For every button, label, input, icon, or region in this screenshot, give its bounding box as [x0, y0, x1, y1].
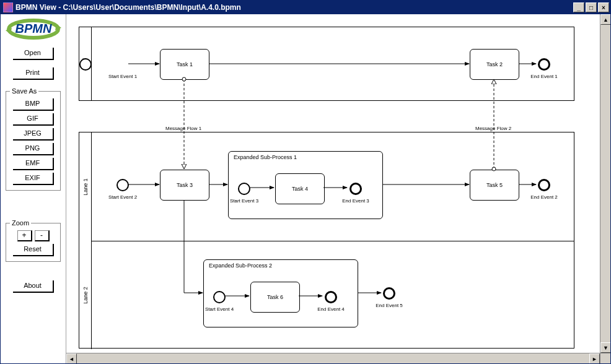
end-event-1-label: End Event 1 — [525, 74, 563, 79]
task-3[interactable]: Task 3 — [160, 170, 209, 201]
end-event-4[interactable] — [325, 291, 337, 303]
start-event-4-label: Start Event 4 — [201, 306, 238, 312]
lane-2-label: Lane 2 — [79, 241, 92, 349]
pool-2[interactable]: Lane 1 Lane 2 Start Event 2 Task 3 Expan… — [79, 132, 574, 349]
task-4[interactable]: Task 4 — [275, 173, 325, 204]
content-area: BPMN Open Print Save As BMP GIF JPEG PNG… — [1, 14, 610, 363]
save-jpeg-button[interactable]: JPEG — [13, 128, 54, 141]
about-button[interactable]: About — [13, 280, 54, 293]
vertical-scrollbar[interactable]: ▲ ▼ — [600, 14, 610, 353]
save-png-button[interactable]: PNG — [13, 143, 54, 155]
zoom-out-button[interactable]: - — [35, 230, 50, 241]
start-event-3-label: Start Event 3 — [226, 198, 263, 204]
pool-1[interactable]: Pool Start Event 1 Task 1 Task 2 End Eve… — [79, 27, 574, 101]
titlebar: BPMN View - C:\Users\User\Documents\BPMN… — [1, 1, 610, 14]
svg-text:BPMN: BPMN — [15, 22, 52, 35]
subprocess-1[interactable]: Expanded Sub-Process 1 Start Event 3 Tas… — [228, 151, 383, 219]
task-6[interactable]: Task 6 — [250, 282, 300, 313]
save-emf-button[interactable]: EMF — [13, 158, 54, 170]
save-gif-button[interactable]: GIF — [13, 113, 54, 126]
start-event-3[interactable] — [238, 183, 250, 195]
end-event-3-label: End Event 3 — [337, 198, 374, 204]
save-as-legend: Save As — [10, 87, 38, 95]
subprocess-1-title: Expanded Sub-Process 1 — [234, 154, 297, 160]
end-event-2[interactable] — [538, 179, 550, 191]
end-event-5-label: End Event 5 — [371, 303, 408, 308]
end-event-1[interactable] — [538, 58, 550, 71]
app-icon — [3, 2, 13, 12]
task-5[interactable]: Task 5 — [470, 170, 519, 201]
message-flow-2-label: Message Flow 2 — [475, 126, 511, 131]
end-event-4-label: End Event 4 — [312, 306, 349, 312]
sidebar: BPMN Open Print Save As BMP GIF JPEG PNG… — [1, 14, 66, 363]
lane-divider — [92, 241, 574, 241]
save-as-group: Save As BMP GIF JPEG PNG EMF EXIF — [6, 87, 61, 191]
start-event-2[interactable] — [116, 179, 129, 191]
window-controls: _ □ × — [573, 2, 609, 12]
scrollbar-corner — [600, 353, 610, 363]
start-event-2-label: Start Event 2 — [104, 194, 141, 200]
task-2[interactable]: Task 2 — [470, 49, 519, 80]
maximize-button[interactable]: □ — [586, 2, 597, 12]
horizontal-scrollbar[interactable]: ◄ ► — [66, 353, 600, 363]
zoom-group: Zoom + - Reset — [6, 219, 61, 262]
end-event-3[interactable] — [349, 183, 362, 195]
save-bmp-button[interactable]: BMP — [13, 98, 54, 111]
zoom-in-button[interactable]: + — [17, 230, 32, 241]
scroll-right-button[interactable]: ► — [589, 353, 600, 363]
end-event-5[interactable] — [383, 287, 395, 300]
canvas-container: Pool Start Event 1 Task 1 Task 2 End Eve… — [66, 14, 610, 363]
message-flow-1-label: Message Flow 1 — [165, 126, 201, 131]
bpmn-diagram: Pool Start Event 1 Task 1 Task 2 End Eve… — [79, 27, 587, 349]
subprocess-2-title: Expanded Sub-Process 2 — [209, 262, 272, 269]
task-1[interactable]: Task 1 — [160, 49, 209, 80]
bpmn-logo: BPMN — [6, 18, 61, 40]
window-title: BPMN View - C:\Users\User\Documents\BPMN… — [15, 3, 573, 12]
scroll-left-button[interactable]: ◄ — [66, 353, 77, 363]
zoom-legend: Zoom — [10, 219, 31, 227]
print-button[interactable]: Print — [13, 67, 54, 80]
minimize-button[interactable]: _ — [573, 2, 584, 12]
zoom-reset-button[interactable]: Reset — [13, 244, 54, 256]
close-button[interactable]: × — [598, 2, 609, 12]
diagram-canvas[interactable]: Pool Start Event 1 Task 1 Task 2 End Eve… — [66, 14, 600, 353]
scroll-down-button[interactable]: ▼ — [600, 342, 610, 353]
start-event-4[interactable] — [213, 291, 226, 303]
save-exif-button[interactable]: EXIF — [13, 173, 54, 185]
scroll-up-button[interactable]: ▲ — [600, 14, 610, 25]
open-button[interactable]: Open — [13, 48, 54, 60]
lane-1-label: Lane 1 — [79, 132, 92, 241]
app-window: BPMN View - C:\Users\User\Documents\BPMN… — [0, 0, 611, 364]
subprocess-2[interactable]: Expanded Sub-Process 2 Start Event 4 Tas… — [203, 259, 358, 327]
end-event-2-label: End Event 2 — [525, 194, 563, 200]
start-event-1[interactable] — [79, 58, 92, 71]
start-event-1-label: Start Event 1 — [104, 74, 141, 79]
